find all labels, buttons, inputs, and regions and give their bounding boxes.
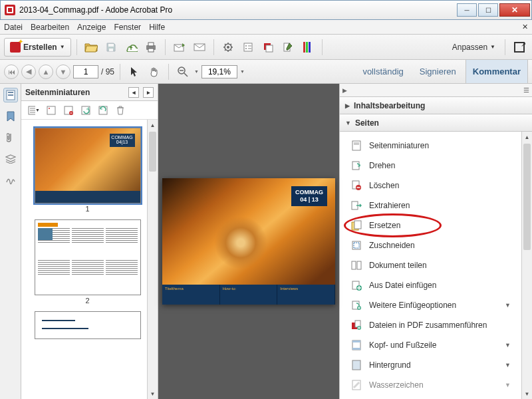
- svg-rect-51: [352, 360, 360, 370]
- panel-menu-icon[interactable]: ☰: [523, 86, 529, 94]
- thumbnails-scrollbar[interactable]: ▲▼: [147, 120, 158, 399]
- thumbnail-page-3[interactable]: [35, 311, 141, 339]
- tools-panel: ▶☰ ▶ Inhaltsbearbeitung ▼ Seiten Seitenm…: [339, 84, 532, 399]
- maximize-button[interactable]: ☐: [478, 3, 498, 17]
- header-footer-icon: [350, 339, 362, 351]
- insert-icon: [350, 279, 362, 291]
- thumbnails-title: Seitenminiaturen: [25, 88, 90, 97]
- first-page-button[interactable]: ⏮: [4, 65, 19, 79]
- svg-rect-17: [309, 42, 311, 53]
- thumbnails-list[interactable]: COMMAG04|13 1 2: [21, 120, 147, 399]
- section-pages[interactable]: ▼ Seiten: [340, 114, 532, 132]
- rotate-icon: [350, 160, 362, 172]
- hand-tool-icon[interactable]: [146, 63, 163, 80]
- extract-icon: [350, 200, 362, 211]
- share-icon[interactable]: [171, 39, 188, 56]
- prev-page-button[interactable]: ◀: [21, 65, 36, 79]
- color-icon[interactable]: [299, 39, 317, 56]
- page-up-button[interactable]: ▲: [39, 65, 53, 79]
- section-label: Inhaltsbearbeitung: [354, 101, 425, 110]
- combine-icon: [350, 319, 362, 331]
- signatures-tab[interactable]: [3, 173, 18, 188]
- app-icon: [5, 5, 15, 15]
- page-thumbnails-tab[interactable]: [3, 88, 18, 102]
- create-button[interactable]: Erstellen ▼: [4, 38, 71, 57]
- document-page: COMMAG04 | 13 TitelthemaHow-to:Interview…: [162, 178, 335, 305]
- tab-comment[interactable]: Kommentar: [466, 60, 528, 83]
- panel-next-button[interactable]: ▸: [143, 87, 154, 98]
- select-tool-icon[interactable]: [126, 63, 143, 80]
- tab-complete[interactable]: vollständig: [356, 60, 410, 83]
- minimize-button[interactable]: ─: [457, 3, 477, 17]
- menu-edit[interactable]: Bearbeiten: [31, 23, 69, 32]
- window-title: 2013-04_Commag.pdf - Adobe Acrobat Pro: [19, 5, 457, 15]
- thumbs-print-icon[interactable]: [45, 104, 57, 116]
- page-down-button[interactable]: ▼: [56, 65, 70, 79]
- tool-rotate[interactable]: Drehen: [340, 156, 521, 176]
- layers-tab[interactable]: [3, 152, 18, 166]
- gear-icon[interactable]: [219, 39, 237, 56]
- fullscreen-button[interactable]: [511, 39, 528, 56]
- tool-more-insert[interactable]: Weitere Einfügeoptionen▼: [340, 295, 521, 315]
- page-total-label: / 95: [101, 67, 114, 76]
- collapse-icon: ▼: [345, 120, 351, 126]
- section-content-editing[interactable]: ▶ Inhaltsbearbeitung: [340, 97, 532, 114]
- email-icon[interactable]: [191, 39, 208, 56]
- tool-watermark[interactable]: Wasserzeichen▼: [340, 375, 521, 395]
- svg-rect-0: [108, 44, 114, 47]
- document-view[interactable]: COMMAG04 | 13 TitelthemaHow-to:Interview…: [158, 84, 339, 399]
- thumbs-options-icon[interactable]: ▼: [28, 104, 40, 116]
- chevron-down-icon[interactable]: ▼: [194, 69, 199, 74]
- tab-sign[interactable]: Signieren: [413, 60, 463, 83]
- chevron-down-icon: ▼: [505, 342, 511, 348]
- tool-replace[interactable]: Ersetzen: [340, 215, 521, 235]
- svg-rect-9: [244, 43, 252, 51]
- bookmarks-tab[interactable]: [3, 109, 18, 124]
- tools-scrollbar[interactable]: ▲▼: [521, 132, 532, 399]
- zoom-input[interactable]: [201, 65, 237, 78]
- menu-view[interactable]: Anzeige: [77, 23, 106, 32]
- watermark-icon: [350, 379, 362, 391]
- fullscreen-icon: [514, 42, 525, 53]
- edit-text-icon[interactable]: [279, 39, 297, 56]
- thumbs-delete-icon[interactable]: [63, 104, 74, 116]
- thumbnail-page-1[interactable]: COMMAG04|13: [35, 128, 141, 203]
- cloud-icon[interactable]: [122, 39, 140, 56]
- menu-close-icon[interactable]: ✕: [522, 23, 528, 31]
- thumbs-rotate-ccw-icon[interactable]: [80, 104, 92, 116]
- tool-split[interactable]: Dokument teilen: [340, 255, 521, 275]
- nav-toolbar: ⏮ ◀ ▲ ▼ / 95 ▼ ▼ vollständig Signieren K…: [0, 60, 532, 84]
- attachments-tab[interactable]: [3, 130, 18, 145]
- thumbs-rotate-cw-icon[interactable]: [97, 104, 109, 116]
- svg-rect-20: [8, 92, 13, 93]
- multimedia-icon[interactable]: [259, 39, 277, 56]
- forms-icon[interactable]: [239, 39, 257, 56]
- customize-button[interactable]: Anpassen ▼: [448, 39, 499, 56]
- tool-extract[interactable]: Extrahieren: [340, 196, 521, 215]
- tool-insert-from-file[interactable]: Aus Datei einfügen: [340, 275, 521, 295]
- thumbnail-page-2[interactable]: [35, 219, 141, 295]
- save-icon[interactable]: [102, 39, 120, 56]
- chevron-down-icon[interactable]: ▼: [240, 69, 245, 74]
- chevron-down-icon: ▼: [490, 44, 495, 50]
- print-icon[interactable]: [142, 39, 160, 56]
- menu-file[interactable]: Datei: [4, 23, 23, 32]
- svg-rect-16: [306, 42, 308, 53]
- svg-point-24: [49, 108, 50, 109]
- page-number-input[interactable]: [73, 65, 98, 78]
- thumbs-trash-icon[interactable]: [114, 104, 126, 116]
- menu-window[interactable]: Fenster: [114, 23, 141, 32]
- menu-help[interactable]: Hilfe: [149, 23, 165, 32]
- tool-background[interactable]: Hintergrund▼: [340, 355, 521, 375]
- panel-collapse-icon[interactable]: ▶: [342, 87, 347, 94]
- tool-page-thumbnails[interactable]: Seitenminiaturen: [340, 136, 521, 156]
- open-icon[interactable]: [82, 39, 100, 56]
- tool-crop[interactable]: Zuschneiden: [340, 235, 521, 255]
- close-button[interactable]: ✕: [499, 3, 530, 17]
- replace-icon: [350, 219, 362, 231]
- zoom-out-icon[interactable]: [174, 63, 192, 80]
- tool-header-footer[interactable]: Kopf- und Fußzeile▼: [340, 335, 521, 355]
- panel-prev-button[interactable]: ◂: [128, 87, 139, 98]
- tool-delete[interactable]: Löschen: [340, 176, 521, 196]
- tool-combine[interactable]: Dateien in PDF zusammenführen: [340, 315, 521, 335]
